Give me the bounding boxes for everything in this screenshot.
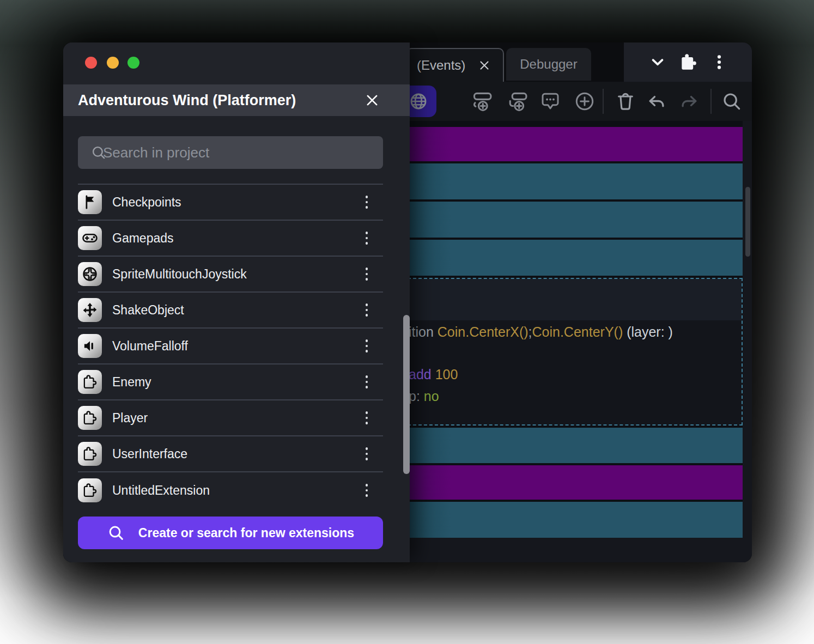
extensions-puzzle-icon: [678, 51, 700, 73]
event-row[interactable]: [408, 163, 743, 199]
window-menu-button[interactable]: [710, 53, 728, 71]
gamepad-icon: [78, 226, 102, 250]
redo-button[interactable]: [674, 89, 704, 113]
joystick-icon: [78, 262, 102, 286]
list-item-volumefalloff[interactable]: VolumeFalloff: [78, 329, 383, 364]
traffic-light-minimize-button[interactable]: [107, 57, 119, 69]
search-icon: [90, 144, 107, 161]
events-scrollbar-thumb[interactable]: [745, 187, 750, 257]
search-icon: [721, 90, 743, 112]
puzzle-icon: [78, 406, 102, 430]
tab-events[interactable]: (Events): [406, 48, 504, 82]
create-extension-button[interactable]: Create or search for new extensions: [78, 517, 383, 549]
list-item-untitledextension[interactable]: UntitledExtension: [78, 472, 383, 508]
add-event-button[interactable]: [468, 89, 499, 113]
delete-button[interactable]: [610, 89, 641, 113]
add-event-icon: [471, 89, 495, 113]
item-menu-button[interactable]: [357, 369, 376, 395]
item-menu-button[interactable]: [357, 297, 376, 323]
puzzle-icon: [78, 370, 102, 394]
list-item-player[interactable]: Player: [78, 400, 383, 436]
list-item-label: VolumeFalloff: [112, 339, 357, 354]
tab-debugger-label: Debugger: [520, 57, 577, 72]
selected-event-row[interactable]: ition Coin.CenterX();Coin.CenterY() (lay…: [408, 278, 743, 426]
drawer-titlebar: [63, 42, 410, 84]
event-row[interactable]: [408, 240, 743, 276]
add-more-button[interactable]: [569, 89, 600, 113]
add-comment-button[interactable]: [535, 89, 566, 113]
drawer-body: Checkpoints Gamepads: [63, 116, 410, 562]
toolbar-divider: [603, 89, 604, 114]
puzzle-icon: [78, 442, 102, 466]
add-circle-icon: [573, 90, 596, 113]
more-vertical-icon: [710, 53, 728, 71]
chevron-down-icon: [648, 52, 667, 72]
redo-icon: [678, 90, 701, 113]
project-manager-panel: Adventurous Wind (Platformer): [63, 42, 410, 562]
event-actions-area[interactable]: ition Coin.CenterX();Coin.CenterY() (lay…: [409, 320, 742, 424]
drawer-scrollbar-thumb[interactable]: [403, 315, 410, 474]
list-item-label: Player: [112, 411, 357, 426]
list-item-gamepads[interactable]: Gamepads: [78, 221, 383, 257]
drawer-close-button[interactable]: [364, 92, 380, 108]
traffic-light-zoom-button[interactable]: [127, 57, 139, 69]
list-item-shakeobject[interactable]: ShakeObject: [78, 293, 383, 329]
event-rows: ition Coin.CenterX();Coin.CenterY() (lay…: [408, 121, 743, 538]
tab-events-label: (Events): [417, 58, 465, 73]
tab-close-button[interactable]: [477, 58, 491, 72]
item-menu-button[interactable]: [357, 405, 376, 431]
event-row[interactable]: [408, 465, 743, 500]
window-actions-panel: [624, 42, 752, 82]
list-item-checkpoints[interactable]: Checkpoints: [78, 185, 383, 221]
list-item-label: Enemy: [112, 375, 357, 390]
event-action-text: ition Coin.CenterX();Coin.CenterY() (lay…: [409, 324, 673, 340]
undo-button[interactable]: [641, 89, 672, 113]
project-search-bar[interactable]: [78, 136, 383, 169]
speaker-icon: [78, 334, 102, 358]
tab-debugger[interactable]: Debugger: [506, 48, 591, 81]
event-action-text: p: no: [409, 388, 439, 404]
list-item-label: Checkpoints: [112, 195, 357, 210]
add-subevent-button[interactable]: [503, 89, 534, 113]
list-item-userinterface[interactable]: UserInterface: [78, 436, 383, 472]
app-window: (Events) Debugger: [63, 42, 752, 562]
toolbar-divider: [710, 89, 712, 114]
close-icon: [477, 58, 491, 72]
flag-icon: [78, 190, 102, 214]
list-item-label: SpriteMultitouchJoystick: [112, 267, 357, 282]
list-item-label: UntitledExtension: [112, 483, 357, 498]
trash-icon: [615, 90, 636, 112]
list-item-label: ShakeObject: [112, 303, 357, 318]
event-row[interactable]: [408, 127, 743, 161]
drawer-header: Adventurous Wind (Platformer): [63, 84, 410, 116]
add-subevent-icon: [507, 89, 531, 113]
item-menu-button[interactable]: [357, 333, 376, 359]
event-row[interactable]: [408, 202, 743, 238]
list-item-label: Gamepads: [112, 231, 357, 246]
project-title: Adventurous Wind (Platformer): [78, 92, 364, 109]
event-row[interactable]: [408, 428, 743, 463]
search-input[interactable]: [103, 144, 332, 161]
globe-icon: [408, 91, 429, 112]
collapse-tabs-button[interactable]: [648, 52, 667, 72]
close-icon: [364, 92, 380, 108]
item-menu-button[interactable]: [357, 477, 376, 503]
item-menu-button[interactable]: [357, 261, 376, 287]
item-menu-button[interactable]: [357, 189, 376, 215]
move-arrows-icon: [78, 298, 102, 322]
comment-icon: [539, 90, 562, 113]
search-events-button[interactable]: [716, 89, 747, 113]
search-icon: [107, 524, 125, 542]
event-row[interactable]: [408, 502, 743, 538]
puzzle-icon: [78, 478, 102, 502]
extensions-list: Checkpoints Gamepads: [78, 184, 383, 508]
list-item-spritemultitouchjoystick[interactable]: SpriteMultitouchJoystick: [78, 257, 383, 293]
item-menu-button[interactable]: [357, 225, 376, 251]
event-conditions-area[interactable]: [409, 279, 742, 320]
extensions-button[interactable]: [678, 51, 700, 73]
list-item-label: UserInterface: [112, 447, 357, 461]
traffic-light-close-button[interactable]: [85, 57, 97, 69]
item-menu-button[interactable]: [357, 441, 376, 467]
list-item-enemy[interactable]: Enemy: [78, 364, 383, 400]
undo-icon: [645, 90, 668, 113]
